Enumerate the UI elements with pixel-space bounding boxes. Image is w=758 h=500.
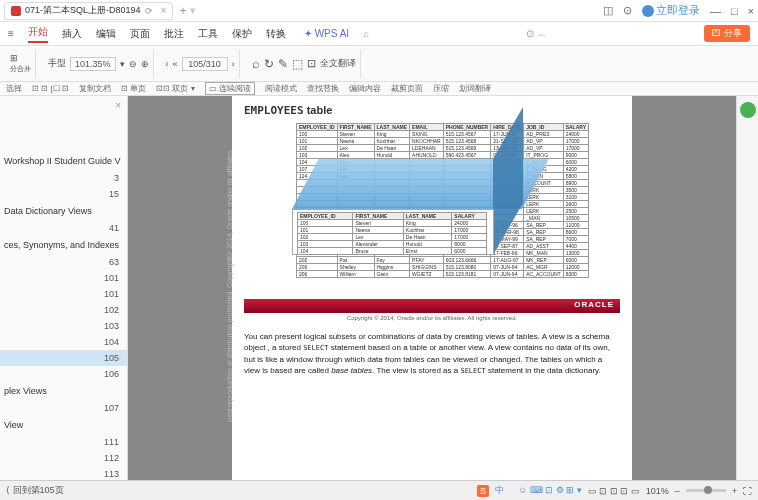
- sub-copydoc[interactable]: 复制文档: [79, 83, 111, 94]
- tool-merge[interactable]: ⊞分合并: [10, 53, 31, 74]
- sidebar-close-icon[interactable]: ×: [115, 100, 121, 111]
- search-icon[interactable]: ⌕: [363, 28, 369, 39]
- outline-item[interactable]: 102: [0, 302, 127, 318]
- close-tab-icon[interactable]: ×: [161, 5, 167, 16]
- tab-menu-icon[interactable]: ▾: [190, 4, 196, 17]
- workspace: × Workshop II Student Guide V315Data Dic…: [0, 96, 758, 480]
- outline-item[interactable]: 101: [0, 270, 127, 286]
- menu-protect[interactable]: 保护: [232, 27, 252, 41]
- table-diagram: EMPLOYEE_IDFIRST_NAMELAST_NAMEEMAILPHONE…: [244, 123, 620, 293]
- tool-hand[interactable]: 手型: [48, 57, 66, 70]
- outline-item[interactable]: 101: [0, 286, 127, 302]
- menu-convert[interactable]: 转换: [266, 27, 286, 41]
- window-icon-1[interactable]: ◫: [603, 4, 613, 17]
- sub-continuous[interactable]: ▭ 连续阅读: [205, 82, 255, 95]
- crop-icon[interactable]: ⬚: [292, 57, 303, 71]
- sub-single[interactable]: ⊡ 单页: [121, 83, 146, 94]
- zoom-dropdown-icon[interactable]: ▾: [120, 59, 125, 69]
- sub-wordtrans[interactable]: 划词翻译: [459, 83, 491, 94]
- outline-item[interactable]: 3: [0, 170, 127, 186]
- outline-item[interactable]: 113: [0, 466, 127, 480]
- status-zoom-out[interactable]: –: [675, 486, 680, 496]
- oracle-logo: ORACLE: [574, 300, 614, 309]
- menu-bar: ≡ 开始 插入 编辑 页面 批注 工具 保护 转换 ✦ WPS AI ⌕ ⊙ ︿…: [0, 22, 758, 46]
- share-button[interactable]: ⮹ 分享: [704, 25, 750, 42]
- zoom-in-icon[interactable]: ⊕: [141, 59, 149, 69]
- outline-item[interactable]: 112: [0, 450, 127, 466]
- outline-item[interactable]: 107: [0, 400, 127, 416]
- status-back[interactable]: ⟨ 回到第105页: [6, 484, 64, 497]
- compress-icon[interactable]: ⊡: [307, 57, 316, 70]
- rotate-icon[interactable]: ↻: [264, 57, 274, 71]
- view-mode-icons[interactable]: ▭ ⊡ ⊡ ⊡ ▭: [588, 486, 640, 496]
- menu-page[interactable]: 页面: [130, 27, 150, 41]
- outline-item[interactable]: 111: [0, 434, 127, 450]
- sub-compress[interactable]: 压缩: [433, 83, 449, 94]
- rail-assistant-icon[interactable]: [740, 102, 756, 118]
- toolbar-collapse-icon[interactable]: ⊙ ︿: [526, 27, 547, 41]
- menu-wpsai[interactable]: ✦ WPS AI: [304, 28, 349, 39]
- login-button[interactable]: 立即登录: [642, 3, 700, 18]
- outline-heading[interactable]: plex Views: [0, 382, 127, 400]
- copyright-text: Copyright © 2014, Oracle and/or its affi…: [244, 315, 620, 321]
- outline-heading[interactable]: Data Dictionary Views: [0, 202, 127, 220]
- title-bar: 071-第二本SQL上册-D80194 ⟳ × + ▾ ◫ ⊙ 立即登录 — □…: [0, 0, 758, 22]
- outline-heading[interactable]: View: [0, 416, 127, 434]
- outline-item[interactable]: 15: [0, 186, 127, 202]
- outline-sidebar: × Workshop II Student Guide V315Data Dic…: [0, 96, 128, 480]
- outline-heading[interactable]: ces, Synonyms, and Indexes: [0, 236, 127, 254]
- maximize-icon[interactable]: □: [731, 5, 738, 17]
- new-tab-button[interactable]: +: [179, 4, 186, 18]
- status-zoom-in[interactable]: +: [732, 486, 737, 496]
- document-viewport[interactable]: ized reproduction or distribution prohib…: [128, 96, 736, 480]
- outline-item[interactable]: 105: [0, 350, 127, 366]
- close-window-icon[interactable]: ×: [748, 5, 754, 17]
- last-page-icon[interactable]: ›: [232, 59, 235, 69]
- ime-icon[interactable]: S: [477, 485, 489, 497]
- document-tab[interactable]: 071-第二本SQL上册-D80194 ⟳ ×: [4, 2, 173, 20]
- menu-annotate[interactable]: 批注: [164, 27, 184, 41]
- sub-readmode[interactable]: 阅读模式: [265, 83, 297, 94]
- search-tool-icon[interactable]: ⌕: [252, 56, 260, 71]
- sub-select[interactable]: 选择: [6, 83, 22, 94]
- menu-start[interactable]: 开始: [28, 25, 48, 43]
- outline-item[interactable]: 106: [0, 366, 127, 382]
- translate-full[interactable]: 全文翻译: [320, 57, 356, 70]
- outline-item[interactable]: 103: [0, 318, 127, 334]
- sub-crop[interactable]: 裁剪页面: [391, 83, 423, 94]
- status-zoom[interactable]: 101%: [646, 486, 669, 496]
- menu-insert[interactable]: 插入: [62, 27, 82, 41]
- menu-edit[interactable]: 编辑: [96, 27, 116, 41]
- view-prism: EMPLOYEE_IDFIRST_NAMELAST_NAMESALARY100S…: [292, 159, 532, 249]
- sub-screenshot[interactable]: ⊡ ⊡ [☐ ⊡: [32, 84, 69, 93]
- outline-item[interactable]: 41: [0, 220, 127, 236]
- outline-item[interactable]: 63: [0, 254, 127, 270]
- tab-title: 071-第二本SQL上册-D80194: [25, 4, 141, 17]
- edit-icon[interactable]: ✎: [278, 57, 288, 71]
- window-icon-2[interactable]: ⊙: [623, 4, 632, 17]
- login-label: 立即登录: [656, 3, 700, 18]
- zoom-slider[interactable]: [686, 489, 726, 492]
- page-number[interactable]: 105/310: [182, 57, 228, 71]
- sub-editcontent[interactable]: 编辑内容: [349, 83, 381, 94]
- menu-tools[interactable]: 工具: [198, 27, 218, 41]
- avatar-icon: [642, 5, 654, 17]
- status-icons[interactable]: 中 ゝ ☺ ⌨ ⊡ ⚙ ⊞ ▾: [495, 484, 582, 497]
- tab-sync-icon: ⟳: [145, 6, 153, 16]
- sub-find[interactable]: 查找替换: [307, 83, 339, 94]
- oracle-bar: ORACLE: [244, 299, 620, 313]
- status-expand-icon[interactable]: ⛶: [743, 486, 752, 496]
- section-title: EMPLOYEES table: [244, 104, 620, 117]
- pdf-icon: [11, 6, 21, 16]
- zoom-out-icon[interactable]: ⊖: [129, 59, 137, 69]
- zoom-value[interactable]: 101.35%: [70, 57, 116, 71]
- status-bar: ⟨ 回到第105页 S 中 ゝ ☺ ⌨ ⊡ ⚙ ⊞ ▾ ▭ ⊡ ⊡ ⊡ ▭ 10…: [0, 480, 758, 500]
- pdf-page: ized reproduction or distribution prohib…: [232, 96, 632, 480]
- outline-item[interactable]: 104: [0, 334, 127, 350]
- minimize-icon[interactable]: —: [710, 5, 721, 17]
- menu-icon[interactable]: ≡: [8, 28, 14, 39]
- sub-double[interactable]: ⊡⊡ 双页 ▾: [156, 83, 194, 94]
- first-page-icon[interactable]: «: [173, 59, 178, 69]
- prev-page-icon[interactable]: ‹: [166, 59, 169, 69]
- outline-heading[interactable]: Workshop II Student Guide V: [0, 152, 127, 170]
